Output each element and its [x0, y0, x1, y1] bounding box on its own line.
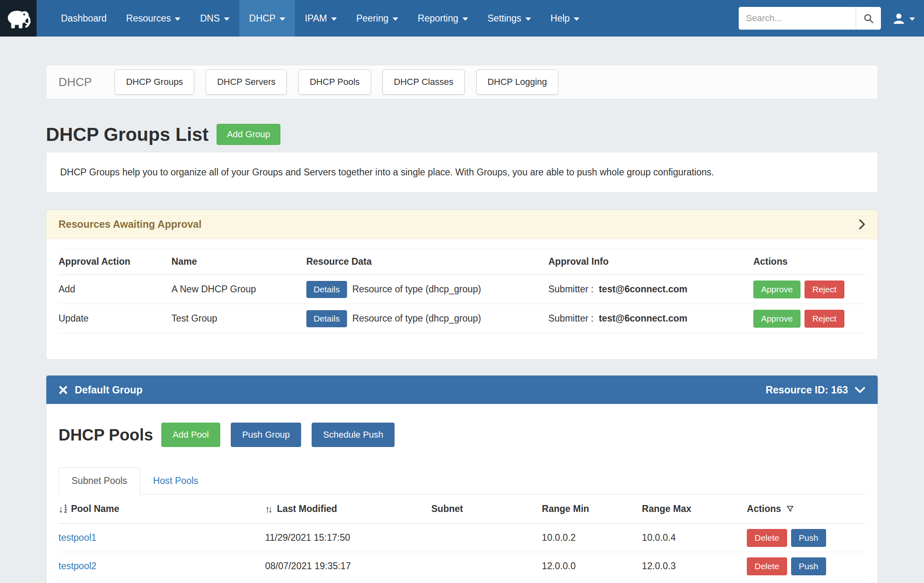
caret-down-icon	[574, 17, 579, 21]
tab-host-pools[interactable]: Host Pools	[140, 468, 211, 494]
nav-item-help[interactable]: Help	[541, 0, 589, 37]
nav-item-dns[interactable]: DNS	[190, 0, 239, 37]
nav-item-settings[interactable]: Settings	[478, 0, 541, 37]
push-button[interactable]: Push	[791, 557, 826, 575]
approval-name: A New DHCP Group	[171, 284, 306, 295]
nav-item-dhcp[interactable]: DHCP	[239, 0, 295, 37]
submitter-label: Submitter :	[548, 284, 593, 295]
subnav-button-dhcp-classes[interactable]: DHCP Classes	[382, 69, 464, 95]
subnav-button-dhcp-servers[interactable]: DHCP Servers	[206, 69, 287, 95]
column-header-approval-action: Approval Action	[59, 256, 171, 267]
subnav-button-dhcp-logging[interactable]: DHCP Logging	[476, 69, 558, 95]
range-max: 12.0.0.3	[642, 561, 747, 572]
caret-down-icon	[280, 17, 285, 21]
chevron-right-icon[interactable]	[859, 219, 865, 230]
brand-logo[interactable]	[0, 0, 37, 37]
table-row: testpool2 08/07/2021 19:35:17 12.0.0.0 1…	[59, 552, 865, 581]
column-header-last-modified: Last Modified	[277, 503, 337, 514]
filter-icon[interactable]	[786, 505, 794, 513]
page-head: DHCP Groups List Add Group	[46, 123, 878, 145]
pool-name-link[interactable]: testpool2	[59, 561, 265, 572]
approval-panel-header[interactable]: Resources Awaiting Approval	[46, 210, 878, 239]
close-icon[interactable]	[59, 385, 68, 395]
approval-table: Approval Action Name Resource Data Appro…	[59, 248, 865, 333]
nav-item-dashboard[interactable]: Dashboard	[51, 0, 117, 37]
add-group-button[interactable]: Add Group	[217, 124, 280, 145]
top-navbar: Dashboard Resources DNS DHCP IPAM Peerin…	[0, 0, 924, 37]
caret-down-icon	[393, 17, 398, 21]
range-max: 10.0.0.4	[642, 532, 747, 543]
caret-down-icon	[175, 17, 180, 21]
pools-table: ↓ 12 Pool Name ↑↓ Last Modified Subnet R…	[59, 494, 865, 583]
table-row: Add A New DHCP Group Details Resource of…	[59, 275, 865, 304]
approval-action: Update	[59, 313, 171, 324]
nav-item-label: Dashboard	[61, 13, 107, 24]
search-input[interactable]	[739, 7, 856, 30]
sort-icon[interactable]: ↑↓	[265, 503, 273, 515]
nav-item-reporting[interactable]: Reporting	[408, 0, 478, 37]
caret-down-icon	[224, 17, 230, 21]
main-nav: Dashboard Resources DNS DHCP IPAM Peerin…	[51, 0, 589, 37]
resource-id-label: Resource ID: 163	[766, 384, 848, 396]
approve-button[interactable]: Approve	[753, 310, 800, 328]
delete-button[interactable]: Delete	[747, 529, 787, 547]
sort-numeric-icon[interactable]: ↓ 12	[59, 503, 67, 515]
description-text: DHCP Groups help you to organize all of …	[60, 167, 714, 177]
push-button[interactable]: Push	[791, 529, 826, 547]
column-header-subnet: Subnet	[432, 503, 542, 514]
pools-table-header: ↓ 12 Pool Name ↑↓ Last Modified Subnet R…	[59, 494, 865, 524]
subnav-button-dhcp-groups[interactable]: DHCP Groups	[115, 69, 194, 95]
last-modified: 11/29/2021 15:17:50	[265, 532, 431, 543]
delete-button[interactable]: Delete	[747, 557, 787, 575]
caret-down-icon	[462, 17, 468, 21]
mammoth-logo-icon	[5, 5, 32, 32]
caret-down-icon	[909, 17, 915, 21]
approval-table-header: Approval Action Name Resource Data Appro…	[59, 248, 865, 275]
nav-item-label: Help	[551, 13, 570, 24]
approve-button[interactable]: Approve	[753, 281, 800, 298]
reject-button[interactable]: Reject	[805, 310, 844, 328]
column-header-range-min: Range Min	[542, 503, 642, 514]
tab-subnet-pools[interactable]: Subnet Pools	[59, 467, 140, 494]
arrow-down-icon: ↓	[59, 503, 63, 515]
nav-item-label: Settings	[488, 13, 521, 24]
subnav-button-dhcp-pools[interactable]: DHCP Pools	[298, 69, 371, 95]
pool-name-link[interactable]: testpool1	[59, 532, 265, 543]
search-group	[739, 7, 881, 30]
add-pool-button[interactable]: Add Pool	[161, 423, 220, 447]
column-header-approval-info: Approval Info	[548, 256, 753, 267]
schedule-push-button[interactable]: Schedule Push	[312, 423, 395, 447]
nav-item-label: Peering	[356, 13, 388, 24]
pools-tabs: Subnet Pools Host Pools	[59, 467, 865, 494]
column-header-range-max: Range Max	[642, 503, 747, 514]
resource-data-text: Resource of type (dhcp_group)	[352, 313, 481, 324]
nav-item-peering[interactable]: Peering	[347, 0, 408, 37]
pools-head: DHCP Pools Add Pool Push Group Schedule …	[59, 423, 865, 447]
column-header-resource-data: Resource Data	[306, 256, 549, 267]
approval-panel: Resources Awaiting Approval Approval Act…	[46, 209, 878, 360]
table-row: testpool1 11/29/2021 15:17:50 10.0.0.2 1…	[59, 524, 865, 552]
push-group-button[interactable]: Push Group	[231, 423, 301, 447]
submitter-email: test@6connect.com	[599, 313, 688, 324]
approval-action: Add	[59, 284, 171, 295]
details-button[interactable]: Details	[306, 281, 347, 298]
column-header-pool-name: Pool Name	[71, 503, 119, 514]
user-menu[interactable]	[892, 12, 915, 25]
nav-item-label: DHCP	[249, 13, 275, 24]
group-panel-body: DHCP Pools Add Pool Push Group Schedule …	[46, 404, 878, 583]
chevron-down-icon[interactable]	[855, 387, 865, 393]
nav-item-ipam[interactable]: IPAM	[295, 0, 347, 37]
pools-title: DHCP Pools	[59, 426, 153, 444]
reject-button[interactable]: Reject	[805, 281, 844, 298]
group-panel-header[interactable]: Default Group Resource ID: 163	[46, 376, 878, 404]
nav-item-resources[interactable]: Resources	[117, 0, 191, 37]
nav-item-label: DNS	[200, 13, 220, 24]
page-container: DHCP DHCP Groups DHCP Servers DHCP Pools…	[46, 65, 878, 583]
page-title: DHCP Groups List	[46, 123, 208, 145]
table-row: Update Test Group Details Resource of ty…	[59, 304, 865, 333]
details-button[interactable]: Details	[306, 310, 347, 327]
subnav-title: DHCP	[59, 76, 92, 89]
search-button[interactable]	[856, 7, 881, 30]
range-min: 12.0.0.0	[542, 561, 642, 572]
submitter-email: test@6connect.com	[599, 284, 688, 295]
